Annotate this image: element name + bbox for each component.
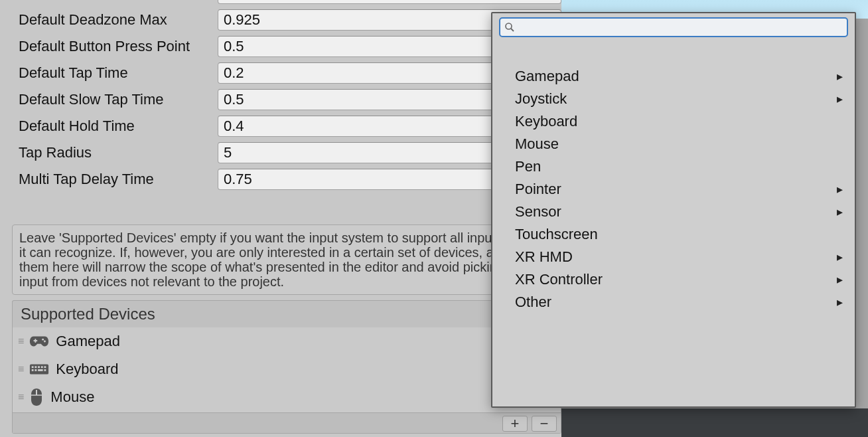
device-option[interactable]: Mouse xyxy=(492,133,855,155)
input-settings-panel: Default Deadzone Min Default Deadzone Ma… xyxy=(12,0,561,434)
device-option-label: XR HMD xyxy=(515,248,573,266)
label-tap-radius: Tap Radius xyxy=(12,144,218,161)
label-deadzone-min: Default Deadzone Min xyxy=(12,0,218,2)
device-option-label: Mouse xyxy=(515,135,559,153)
label-slow-tap: Default Slow Tap Time xyxy=(12,91,218,108)
row-multi-tap: Multi Tap Delay Time xyxy=(12,166,561,193)
label-hold-time: Default Hold Time xyxy=(12,118,218,135)
device-option-label: Joystick xyxy=(515,90,567,108)
device-option[interactable]: XR Controller▸ xyxy=(492,268,855,291)
label-deadzone-max: Default Deadzone Max xyxy=(12,11,218,29)
gamepad-icon xyxy=(29,334,49,349)
list-item[interactable]: ≡ Mouse xyxy=(13,383,561,411)
search-icon xyxy=(504,22,515,33)
list-item[interactable]: ≡ Keyboard xyxy=(13,355,561,383)
help-box: Leave 'Supported Devices' empty if you w… xyxy=(12,224,561,295)
list-item[interactable]: ≡ Gamepad xyxy=(13,327,561,355)
device-option-label: Sensor xyxy=(515,203,561,220)
list-item-label: Mouse xyxy=(50,389,94,406)
chevron-right-icon: ▸ xyxy=(837,250,843,264)
add-device-button[interactable]: + xyxy=(502,416,528,432)
label-multi-tap: Multi Tap Delay Time xyxy=(12,171,218,188)
mouse-icon xyxy=(29,388,44,406)
device-option[interactable]: Keyboard xyxy=(492,110,855,133)
row-tap-time: Default Tap Time xyxy=(12,60,561,86)
drag-handle-icon[interactable]: ≡ xyxy=(18,335,23,347)
chevron-right-icon: ▸ xyxy=(837,205,843,219)
device-option[interactable]: Gamepad▸ xyxy=(492,65,855,88)
row-hold-time: Default Hold Time xyxy=(12,113,561,139)
svg-rect-7 xyxy=(38,366,40,368)
device-option[interactable]: XR HMD▸ xyxy=(492,246,855,268)
remove-device-button[interactable]: − xyxy=(532,416,557,432)
device-search[interactable] xyxy=(499,17,848,37)
device-option-label: Touchscreen xyxy=(515,226,598,243)
svg-point-3 xyxy=(44,341,46,343)
label-tap-time: Default Tap Time xyxy=(12,64,218,82)
device-option-label: Keyboard xyxy=(515,113,577,130)
chevron-right-icon: ▸ xyxy=(837,272,843,287)
svg-rect-12 xyxy=(38,369,43,371)
field-deadzone-min[interactable] xyxy=(218,0,561,4)
device-option[interactable]: Pen xyxy=(492,155,855,178)
svg-rect-10 xyxy=(32,369,34,371)
list-footer: + − xyxy=(13,412,561,433)
device-search-input[interactable] xyxy=(515,20,843,35)
list-item-label: Gamepad xyxy=(56,333,120,350)
chevron-right-icon: ▸ xyxy=(837,295,843,309)
row-slow-tap: Default Slow Tap Time xyxy=(12,86,561,113)
row-deadzone-min: Default Deadzone Min xyxy=(12,0,561,7)
keyboard-icon xyxy=(29,362,49,377)
drag-handle-icon[interactable]: ≡ xyxy=(18,391,23,403)
chevron-right-icon: ▸ xyxy=(837,182,843,197)
supported-devices-header: Supported Devices xyxy=(12,300,561,327)
svg-rect-1 xyxy=(35,339,36,343)
device-option[interactable]: Sensor▸ xyxy=(492,201,855,223)
svg-rect-14 xyxy=(36,390,37,395)
svg-rect-8 xyxy=(41,366,43,368)
svg-rect-6 xyxy=(35,366,37,368)
svg-point-15 xyxy=(506,23,512,29)
device-option[interactable]: Pointer▸ xyxy=(492,178,855,201)
svg-rect-13 xyxy=(44,369,46,371)
svg-point-2 xyxy=(42,339,44,341)
device-option[interactable]: Other▸ xyxy=(492,291,855,313)
svg-rect-11 xyxy=(35,369,37,371)
device-option-label: Gamepad xyxy=(515,68,579,85)
list-item-label: Keyboard xyxy=(56,361,118,378)
drag-handle-icon[interactable]: ≡ xyxy=(18,363,23,375)
chevron-right-icon: ▸ xyxy=(837,92,843,106)
supported-devices-list: ≡ Gamepad ≡ Keyboard ≡ xyxy=(12,327,561,434)
row-press-point: Default Button Press Point xyxy=(12,33,561,60)
device-option[interactable]: Touchscreen xyxy=(492,223,855,246)
device-option-label: XR Controller xyxy=(515,271,603,288)
device-option-label: Other xyxy=(515,294,551,311)
svg-line-16 xyxy=(511,29,514,31)
device-option-label: Pointer xyxy=(515,181,561,198)
label-press-point: Default Button Press Point xyxy=(12,38,218,55)
device-option-label: Pen xyxy=(515,158,541,175)
row-deadzone-max: Default Deadzone Max xyxy=(12,7,561,33)
svg-rect-9 xyxy=(44,366,46,368)
device-option[interactable]: Joystick▸ xyxy=(492,88,855,110)
row-tap-radius: Tap Radius xyxy=(12,139,561,166)
svg-rect-5 xyxy=(32,366,34,368)
device-picker-popup: Gamepad▸Joystick▸KeyboardMousePenPointer… xyxy=(491,12,856,408)
chevron-right-icon: ▸ xyxy=(837,69,843,84)
